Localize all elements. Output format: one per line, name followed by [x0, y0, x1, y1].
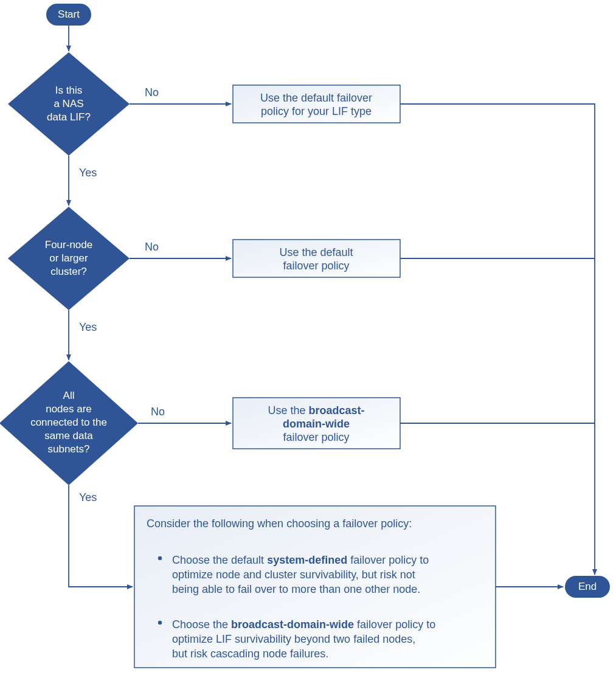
bullet-1-line-1: Choose the default system-defined failov… — [172, 554, 429, 566]
connector — [400, 104, 595, 561]
start-label: Start — [58, 9, 80, 20]
svg-text:connected to the: connected to the — [30, 417, 107, 428]
svg-text:data LIF?: data LIF? — [47, 111, 91, 123]
svg-text:Is this: Is this — [55, 85, 82, 96]
svg-text:a NAS: a NAS — [54, 98, 83, 109]
process-default-failover: Use the default failover policy — [233, 240, 400, 277]
svg-text:cluster?: cluster? — [50, 266, 87, 277]
svg-text:subnets?: subnets? — [48, 443, 90, 455]
branch-no-2: No — [145, 241, 159, 253]
svg-text:Consider the following when ch: Consider the following when choosing a f… — [147, 517, 412, 530]
svg-text:failover policy: failover policy — [283, 431, 349, 443]
branch-yes-2: Yes — [79, 321, 97, 333]
svg-text:optimize node and cluster surv: optimize node and cluster survivability,… — [172, 569, 415, 581]
branch-yes-3: Yes — [79, 491, 97, 503]
process-default-lif-type: Use the default failover policy for your… — [233, 85, 400, 123]
bullet-2-line-1: Choose the broadcast-domain-wide failove… — [172, 618, 435, 631]
svg-text:Use the default: Use the default — [279, 246, 353, 258]
svg-text:same data: same data — [44, 430, 93, 441]
decision-nas-lif: Is this a NAS data LIF? — [8, 52, 130, 156]
svg-text:but risk cascading node failur: but risk cascading node failures. — [172, 648, 328, 660]
connector — [69, 485, 133, 587]
svg-text:or larger: or larger — [49, 252, 88, 264]
svg-text:Four-node: Four-node — [45, 239, 92, 251]
branch-no-3: No — [151, 406, 165, 418]
svg-text:policy for your LIF type: policy for your LIF type — [261, 105, 372, 117]
svg-text:failover policy: failover policy — [283, 260, 349, 272]
decision-same-subnets: All nodes are connected to the same data… — [0, 361, 138, 485]
process-considerations: Consider the following when choosing a f… — [134, 506, 496, 668]
svg-text:Use the default failover: Use the default failover — [260, 92, 372, 104]
bullet-icon — [158, 621, 162, 624]
end-label: End — [578, 581, 597, 592]
branch-no-1: No — [145, 86, 159, 99]
bullet-icon — [158, 556, 162, 560]
terminal-end: End — [565, 576, 610, 598]
svg-text:All: All — [63, 390, 75, 401]
svg-text:nodes are: nodes are — [46, 403, 92, 415]
svg-text:optimize LIF survivability bey: optimize LIF survivability beyond two fa… — [172, 633, 415, 645]
decision-four-node: Four-node or larger cluster? — [8, 207, 130, 310]
terminal-start: Start — [46, 4, 91, 26]
svg-text:Use the broadcast-: Use the broadcast- — [268, 404, 364, 417]
svg-text:being able to fail over to mor: being able to fail over to more than one… — [172, 583, 420, 595]
flowchart-canvas: Start Is this a NAS data LIF? No Use the… — [0, 0, 616, 678]
branch-yes-1: Yes — [79, 167, 97, 179]
svg-text:domain-wide: domain-wide — [283, 418, 350, 430]
process-broadcast-domain-wide: Use the broadcast- domain-wide failover … — [233, 398, 400, 449]
